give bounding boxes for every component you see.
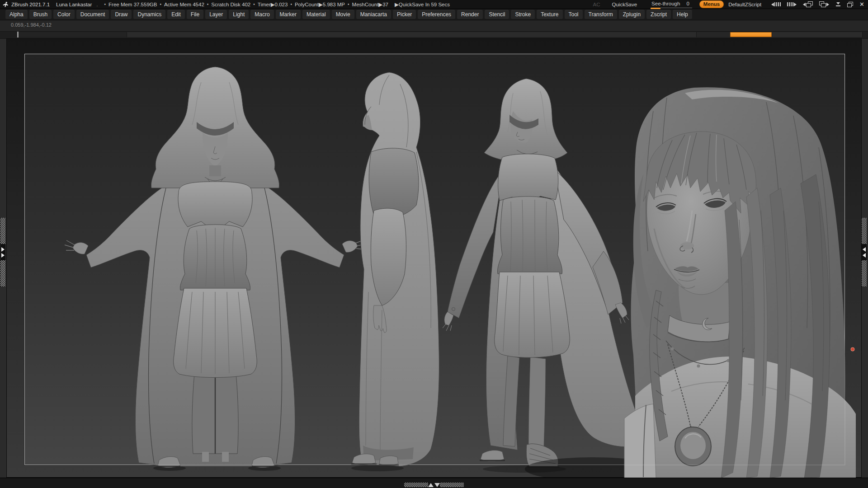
menu-item-marker[interactable]: Marker [276, 10, 301, 19]
menu-item-color[interactable]: Color [53, 10, 75, 19]
cursor-coordinates-readout: 0.059,-1.984,-0.12 [11, 22, 52, 28]
left-tray-open-button[interactable] [0, 244, 5, 260]
menu-item-help[interactable]: Help [673, 10, 692, 19]
bottom-tray-drag-strip[interactable] [440, 483, 464, 487]
bottom-tray-drag-strip[interactable] [404, 483, 428, 487]
cycle-windows-left-icon[interactable] [803, 1, 813, 7]
cycle-windows-right-icon[interactable] [819, 1, 829, 7]
menu-item-document[interactable]: Document [76, 10, 109, 19]
arrow-down-icon [434, 483, 440, 487]
minimize-button[interactable] [835, 2, 841, 7]
zbrush-window: ZBrush 2021.7.1 Luna Lankastar . • Free … [0, 0, 868, 488]
pivot-marker-dot [851, 347, 854, 351]
menus-toggle-button[interactable]: Menus [699, 0, 724, 8]
stat-separator: • [348, 2, 349, 7]
menu-item-stencil[interactable]: Stencil [485, 10, 509, 19]
menu-item-macro[interactable]: Macro [250, 10, 274, 19]
stat-active-mem: Active Mem 4542 [164, 2, 204, 7]
arrow-left-icon [863, 253, 866, 258]
window-stack-icon [819, 1, 826, 7]
quicksave-button[interactable]: QuickSave [612, 2, 637, 7]
arrow-right-icon [1, 247, 5, 252]
scroll-right-icon[interactable] [787, 2, 797, 6]
menu-item-material[interactable]: Material [302, 10, 330, 19]
see-through-value: 0 [686, 1, 689, 6]
model-side-view [351, 72, 439, 471]
menu-item-render[interactable]: Render [457, 10, 483, 19]
menu-item-brush[interactable]: Brush [29, 10, 52, 19]
scrollbar-segment[interactable] [772, 32, 863, 37]
menu-item-stroke[interactable]: Stroke [511, 10, 535, 19]
menu-item-light[interactable]: Light [229, 10, 249, 19]
restore-button[interactable] [847, 2, 853, 7]
bottom-tray-controls[interactable] [404, 482, 464, 488]
left-tray-divider[interactable] [0, 218, 5, 286]
minimize-icon [835, 2, 841, 7]
stat-separator: • [160, 2, 161, 7]
right-tray-divider[interactable] [862, 218, 867, 286]
menu-item-zscript[interactable]: Zscript [646, 10, 671, 19]
right-tray-drag-strip[interactable] [862, 260, 867, 286]
menu-item-maniacarta[interactable]: Maniacarta [356, 10, 391, 19]
stat-timer: Timer▶0.023 [258, 1, 288, 8]
status-sub-bar: 0.059,-1.984,-0.12 [0, 20, 868, 38]
document-suffix: . [96, 2, 98, 7]
see-through-slider[interactable]: See-through 0 [651, 0, 692, 8]
menu-item-preferences[interactable]: Preferences [418, 10, 455, 19]
arrow-left-icon [863, 247, 866, 252]
app-title: ZBrush 2021.7.1 [11, 2, 50, 7]
titlebar-right-controls: AC QuickSave See-through 0 Menus Default… [593, 0, 868, 9]
menu-bar: Alpha Brush Color Document Draw Dynamics… [0, 9, 868, 20]
menu-item-edit[interactable]: Edit [167, 10, 185, 19]
see-through-label: See-through [651, 1, 680, 6]
document-title: Luna Lankastar [56, 2, 92, 7]
right-tray-open-button[interactable] [862, 244, 867, 260]
model-front-view [65, 67, 367, 471]
scrollbar-left-cap [17, 32, 19, 38]
menu-item-layer[interactable]: Layer [205, 10, 227, 19]
stat-quicksave-countdown: ▶QuickSave In 59 Secs [395, 1, 450, 8]
menu-item-movie[interactable]: Movie [332, 10, 354, 19]
ac-toggle[interactable]: AC [593, 2, 600, 7]
menu-item-dynamics[interactable]: Dynamics [133, 10, 165, 19]
scrollbar-segment[interactable] [19, 32, 127, 37]
scroll-left-icon[interactable] [771, 2, 781, 6]
stat-separator: • [290, 2, 292, 7]
stat-separator: • [104, 2, 106, 7]
scrollbar-thumb[interactable] [730, 32, 772, 37]
window-stack-icon [806, 1, 813, 7]
model-render [7, 39, 862, 478]
model-three-quarter-view [443, 79, 654, 473]
left-tray-drag-strip[interactable] [0, 218, 5, 244]
left-tray-drag-strip[interactable] [0, 260, 5, 286]
bottom-bar [0, 478, 868, 488]
restore-icon [847, 2, 853, 7]
arrow-right-icon [1, 253, 5, 258]
close-button[interactable]: ✕ [859, 1, 864, 8]
menu-item-draw[interactable]: Draw [111, 10, 132, 19]
stat-scratch-disk: Scratch Disk 402 [211, 2, 250, 7]
menu-item-zplugin[interactable]: Zplugin [619, 10, 645, 19]
scrollbar-segment[interactable] [697, 32, 731, 37]
arrow-up-icon [428, 483, 434, 487]
right-tray-drag-strip[interactable] [862, 218, 867, 244]
menu-item-file[interactable]: File [187, 10, 203, 19]
menu-item-picker[interactable]: Picker [393, 10, 416, 19]
sculpt-canvas[interactable] [6, 38, 862, 478]
scrollbar-segment[interactable] [127, 32, 697, 37]
menu-item-alpha[interactable]: Alpha [5, 10, 28, 19]
stat-free-mem: Free Mem 37.559GB [108, 2, 157, 7]
default-zscript-selector[interactable]: DefaultZScript [728, 2, 761, 7]
stat-meshcount: MeshCount▶37 [352, 1, 388, 8]
stat-polycount: PolyCount▶5.983 MP [295, 1, 345, 8]
zbrush-logo-icon [2, 1, 9, 8]
menu-item-tool[interactable]: Tool [565, 10, 583, 19]
bottom-tray-toggle[interactable] [428, 482, 440, 488]
menu-item-transform[interactable]: Transform [585, 10, 617, 19]
stat-separator: • [207, 2, 209, 7]
menu-item-texture[interactable]: Texture [537, 10, 562, 19]
title-bar: ZBrush 2021.7.1 Luna Lankastar . • Free … [0, 0, 868, 9]
canvas-horizontal-scrollbar[interactable] [0, 31, 868, 39]
stat-separator: • [253, 2, 255, 7]
scrollbar-segment[interactable] [863, 32, 868, 37]
